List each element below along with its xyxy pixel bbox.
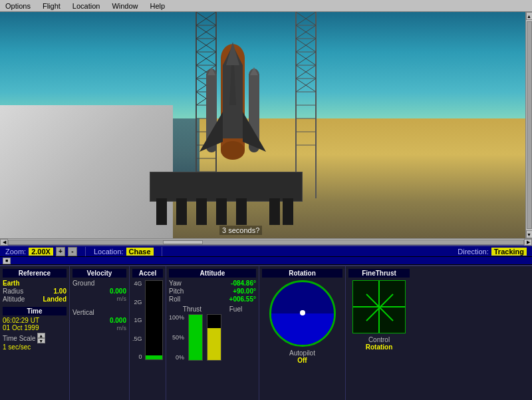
direction-label: Direction: [458,248,488,256]
yaw-row: Yaw -084.86° [169,280,256,287]
viewport: 3 seconds? ▲ ▼ [0,12,532,238]
accel-title: Accel [132,269,163,278]
zoom-minus-button[interactable]: - [68,247,77,256]
hscroll-right-arrow[interactable]: ▶ [524,239,532,246]
ground-speed-value: 0.000 [72,288,126,295]
menubar: Options Flight Location Window Help [0,0,532,12]
platform-leg-1 [156,198,167,225]
accel-0.5g: .5G [132,335,142,342]
finethrust-section: FineThrust Control Rotation [346,266,412,400]
mini-button[interactable]: ■ [3,258,11,264]
ground-speed-unit: m/s [72,296,126,302]
timescale-value: 1 sec/sec [3,343,66,351]
location-label: Location: [94,248,124,256]
timescale-arrows[interactable]: ▲ ▼ [37,333,45,343]
reference-title: Reference [3,269,66,278]
zoom-section: Zoom: 2.00X + - [0,247,82,256]
fuel-bar [207,314,221,361]
thrust-fuel-bars: 100% 50% 0% [169,314,256,361]
ground-speed-unit-row: m/s [72,296,126,302]
menu-window[interactable]: Window [109,1,140,11]
time-title: Time [3,307,66,315]
accel-bar-group: 4G 2G 1G .5G 0 [132,280,163,360]
location-section: Location: Chase [88,248,159,256]
rotation-display [269,280,336,347]
vertical-value-row: 0.000 [72,317,126,324]
thrust-fuel-labels: Thrust Fuel [169,305,256,313]
svg-point-55 [221,141,245,160]
accel-section: Accel 4G 2G 1G .5G 0 [130,266,166,400]
countdown-display: 3 seconds? [219,226,262,235]
ground-speed-value-row: 0.000 [72,288,126,295]
velocity-section: Velocity Ground 0.000 m/s Vertical 0.000… [70,266,130,400]
vertical-speed-value: 0.000 [72,317,126,324]
scroll-up-arrow[interactable]: ▲ [526,12,533,20]
horizontal-scrollbar[interactable]: ◀ ▶ [0,238,532,245]
date-value: 01 Oct 1999 [3,324,66,331]
reference-section: Reference Earth Radius 1.00 Altitude Lan… [0,266,70,400]
zoom-plus-button[interactable]: + [56,247,65,256]
menu-options[interactable]: Options [3,1,33,11]
pct-50: 50% [172,334,184,341]
direction-section: Direction: Tracking [452,248,532,256]
ground-speed-row: Ground [72,280,126,287]
viewport-scrollbar[interactable]: ▲ ▼ [525,12,532,238]
altitude-value: Landed [43,296,66,303]
menu-flight[interactable]: Flight [40,1,63,11]
finethrust-title: FineThrust [348,269,410,278]
launch-tower-right [293,12,319,198]
platform-leg-7 [283,198,293,225]
accel-labels: 4G 2G 1G .5G 0 [132,280,142,360]
control-value: Rotation [348,343,410,351]
accel-2g: 2G [132,299,142,305]
thrust-fuel-section: Thrust Fuel 100% 50% 0% [169,305,256,361]
roll-value: +006.55° [229,296,256,303]
autopilot-value: Off [262,357,342,364]
accel-bar-wrapper: 4G 2G 1G .5G 0 [132,280,163,360]
zoom-value: 2.00X [29,248,53,256]
platform-leg-2 [176,198,187,225]
pct-100: 100% [169,314,184,321]
timescale-down[interactable]: ▼ [37,338,45,343]
accel-4g: 4G [132,280,142,287]
timescale-row: Time Scale ▲ ▼ [3,333,66,343]
radius-row: Radius 1.00 [3,288,66,295]
altitude-label: Altitude [3,296,25,303]
platform-leg-3 [196,198,207,225]
instruments-panel: Reference Earth Radius 1.00 Altitude Lan… [0,265,532,400]
timescale-up[interactable]: ▲ [37,333,45,338]
attitude-section: Attitude Yaw -084.86° Pitch +90.00° Roll… [166,266,259,400]
vertical-speed-unit: m/s [72,325,126,331]
attitude-title: Attitude [169,269,256,278]
fuel-label: Fuel [229,305,242,313]
vertical-unit-row: m/s [72,325,126,331]
scroll-down-arrow[interactable]: ▼ [526,230,533,238]
divider-2 [162,247,162,256]
vertical-speed-group: Vertical 0.000 m/s [72,309,126,331]
altitude-row: Altitude Landed [3,296,66,303]
time-value: 06:02:29 UT [3,317,66,324]
status-bar-2: ■ [0,257,532,265]
menu-help[interactable]: Help [148,1,168,11]
autopilot-label: Autopilot [262,349,342,357]
hscroll-left-arrow[interactable]: ◀ [0,239,8,246]
control-label: Control [348,336,410,343]
time-section: Time 06:02:29 UT 01 Oct 1999 Time Scale … [3,307,66,351]
scroll-thumb[interactable] [527,21,532,229]
menu-location[interactable]: Location [70,1,103,11]
accel-bar-fill [146,355,162,359]
earth-row: Earth [3,280,66,287]
direction-value: Tracking [491,248,527,256]
accel-0g: 0 [132,353,142,360]
pitch-row: Pitch +90.00° [169,288,256,295]
hscroll-thumb[interactable] [163,240,203,244]
pitch-value: +90.00° [233,288,256,295]
platform-leg-4 [216,198,227,225]
accel-1g: 1G [132,317,142,323]
zoom-label: Zoom: [5,248,26,256]
platform-leg-6 [269,198,280,225]
launch-area-ground [0,105,173,238]
status-bar-1: Zoom: 2.00X + - Location: Chase Directio… [0,245,532,257]
ground-label: Ground [72,280,94,287]
vertical-label: Vertical [72,309,94,316]
